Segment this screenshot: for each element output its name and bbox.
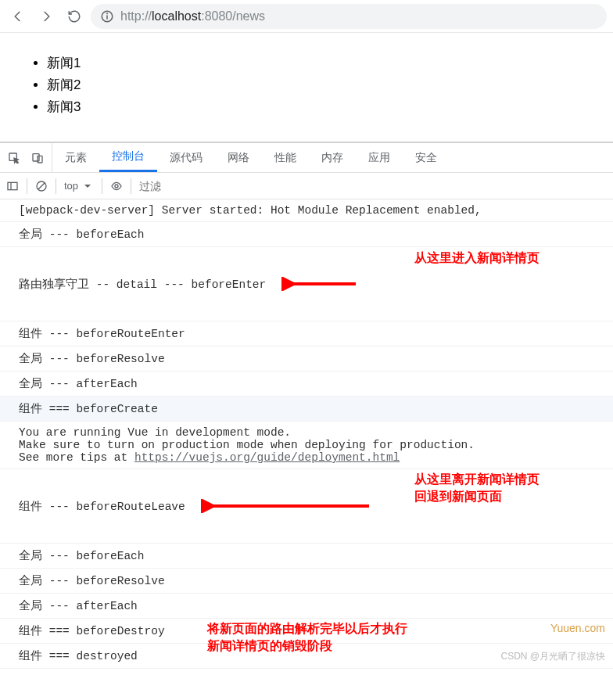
svg-rect-6 bbox=[8, 182, 17, 189]
sidebar-toggle-icon[interactable] bbox=[6, 180, 19, 192]
back-button[interactable] bbox=[6, 5, 30, 28]
annotation: 从这里进入新闻详情页 bbox=[414, 250, 540, 267]
live-expression-icon[interactable] bbox=[110, 180, 123, 192]
console-line: 路由独享守卫 -- detail --- beforeEnter 从这里进入新闻… bbox=[0, 247, 613, 321]
console-toolbar: top bbox=[0, 173, 613, 199]
console-line: 全局 --- afterEach bbox=[0, 594, 613, 619]
tab-network[interactable]: 网络 bbox=[215, 143, 262, 172]
console-line: 全局 --- beforeResolve bbox=[0, 569, 613, 594]
docs-link[interactable]: https://vuejs.org/guide/deployment.html bbox=[134, 451, 400, 464]
tab-performance[interactable]: 性能 bbox=[262, 143, 309, 172]
forward-button[interactable] bbox=[34, 5, 58, 28]
url-text: http://localhost:8080/news bbox=[120, 9, 265, 23]
annotation: 从这里离开新闻详情页 回退到新闻页面 bbox=[414, 471, 540, 505]
list-item[interactable]: 新闻1 bbox=[47, 52, 597, 74]
page-content: 新闻1 新闻2 新闻3 bbox=[0, 33, 613, 142]
reload-button[interactable] bbox=[63, 5, 86, 28]
console-line: 组件 === beforeCreate bbox=[0, 397, 613, 422]
svg-point-10 bbox=[115, 185, 118, 188]
filter-input[interactable] bbox=[139, 180, 607, 192]
arrow-icon bbox=[281, 252, 360, 316]
arrow-icon bbox=[201, 474, 373, 538]
svg-line-9 bbox=[38, 183, 45, 189]
console-line: 全局 --- afterEach bbox=[0, 372, 613, 397]
console-line: 全局 --- beforeEach bbox=[0, 222, 613, 247]
console-line: 组件 === beforeDestroy 将新页面的路由解析完毕以后才执行 新闻… bbox=[0, 619, 613, 644]
console-output: [webpack-dev-server] Server started: Hot… bbox=[0, 199, 613, 669]
console-line: You are running Vue in development mode.… bbox=[0, 422, 613, 469]
devtools-panel: 元素 控制台 源代码 网络 性能 内存 应用 安全 top [webpack-d… bbox=[0, 142, 613, 669]
inspect-icon[interactable] bbox=[8, 152, 20, 164]
chevron-down-icon bbox=[81, 180, 94, 192]
svg-rect-5 bbox=[38, 156, 42, 163]
console-line: [webpack-dev-server] Server started: Hot… bbox=[0, 199, 613, 222]
context-selector[interactable]: top bbox=[64, 180, 94, 192]
tab-sources[interactable]: 源代码 bbox=[157, 143, 215, 172]
tab-security[interactable]: 安全 bbox=[403, 143, 450, 172]
news-list: 新闻1 新闻2 新闻3 bbox=[23, 52, 597, 118]
tab-console[interactable]: 控制台 bbox=[99, 143, 157, 172]
console-line: 全局 --- beforeResolve bbox=[0, 346, 613, 372]
device-icon[interactable] bbox=[31, 152, 44, 164]
console-line: 组件 === destroyed CSDN @月光晒了很凉快 bbox=[0, 644, 613, 669]
console-line: 组件 --- beforeRouteEnter bbox=[0, 321, 613, 346]
address-bar[interactable]: http://localhost:8080/news bbox=[91, 4, 607, 29]
clear-console-icon[interactable] bbox=[35, 180, 48, 192]
list-item[interactable]: 新闻2 bbox=[47, 74, 597, 96]
browser-toolbar: http://localhost:8080/news bbox=[0, 0, 613, 33]
console-line: 全局 --- beforeEach bbox=[0, 544, 613, 569]
svg-rect-4 bbox=[33, 153, 39, 160]
tab-application[interactable]: 应用 bbox=[356, 143, 403, 172]
tab-elements[interactable]: 元素 bbox=[52, 143, 99, 172]
devtools-tabs: 元素 控制台 源代码 网络 性能 内存 应用 安全 bbox=[0, 143, 613, 173]
tab-memory[interactable]: 内存 bbox=[309, 143, 356, 172]
yuucn-watermark: Yuuen.com bbox=[550, 622, 605, 634]
csdn-watermark: CSDN @月光晒了很凉快 bbox=[500, 650, 605, 663]
list-item[interactable]: 新闻3 bbox=[47, 96, 597, 118]
console-line: 组件 --- beforeRouteLeave 从这里离开新闻详情页 回退到新闻… bbox=[0, 469, 613, 544]
info-icon bbox=[100, 9, 114, 23]
svg-point-2 bbox=[107, 13, 108, 13]
